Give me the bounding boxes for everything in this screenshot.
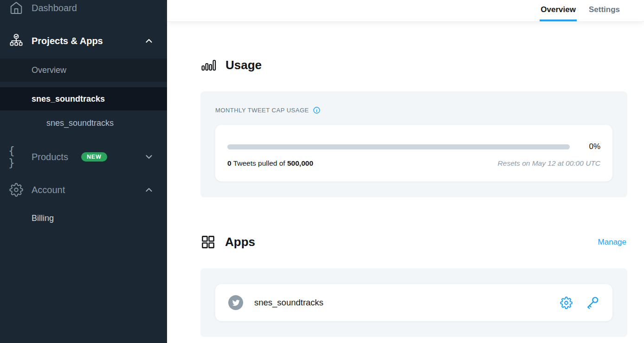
sidebar-item-label: Products bbox=[32, 152, 68, 162]
tweets-cap-total: 500,000 bbox=[287, 159, 313, 167]
info-icon[interactable] bbox=[313, 106, 321, 114]
manage-link[interactable]: Manage bbox=[598, 238, 626, 247]
sidebar-item-label: Dashboard bbox=[32, 3, 77, 13]
sidebar-item-label: snes_soundtracks bbox=[32, 94, 105, 104]
apps-card: snes_soundtracks bbox=[200, 268, 627, 337]
apps-section-title: Apps bbox=[225, 235, 255, 249]
sidebar-item-overview[interactable]: Overview bbox=[0, 58, 167, 82]
home-icon bbox=[8, 0, 24, 16]
usage-text-row: 0 Tweets pulled of 500,000 Resets on May… bbox=[227, 159, 600, 168]
usage-card: MONTHLY TWEET CAP USAGE 0% bbox=[200, 91, 627, 197]
tweet-cap-label-row: MONTHLY TWEET CAP USAGE bbox=[215, 106, 612, 114]
sidebar-item-label: Projects & Apps bbox=[32, 36, 103, 46]
sidebar-item-project-snes-soundtracks[interactable]: snes_soundtracks bbox=[0, 87, 167, 110]
progress-row: 0% bbox=[227, 142, 600, 151]
tab-settings[interactable]: Settings bbox=[588, 0, 621, 21]
content-area: Usage MONTHLY TWEET CAP USAGE bbox=[167, 22, 644, 343]
apps-section-header: Apps Manage bbox=[200, 234, 627, 250]
sidebar-item-dashboard[interactable]: Dashboard bbox=[0, 0, 167, 19]
sidebar-item-products[interactable]: { } Products NEW bbox=[0, 145, 167, 168]
tweets-pulled-text: 0 Tweets pulled of 500,000 bbox=[227, 159, 313, 168]
sidebar-item-projects-apps[interactable]: Projects & Apps bbox=[0, 29, 167, 52]
sidebar-item-label: Account bbox=[32, 185, 65, 195]
grid-icon bbox=[200, 234, 216, 250]
twitter-bird-icon bbox=[228, 295, 243, 310]
gear-icon bbox=[8, 182, 24, 198]
sitemap-icon bbox=[8, 33, 24, 49]
tweet-cap-progress-bar bbox=[227, 144, 570, 149]
tweet-cap-percent: 0% bbox=[570, 142, 600, 151]
app-actions bbox=[560, 296, 599, 310]
chevron-up-icon[interactable] bbox=[144, 185, 154, 195]
app-keys-key-icon[interactable] bbox=[586, 296, 599, 310]
cap-reset-note: Resets on May 12 at 00:00 UTC bbox=[498, 159, 600, 168]
tweets-pulled-count: 0 bbox=[227, 159, 232, 167]
tweet-cap-usage-panel: 0% 0 Tweets pulled of 500,000 Resets on … bbox=[215, 125, 612, 181]
bar-chart-icon bbox=[200, 57, 216, 73]
sidebar-item-app-snes-soundtracks[interactable]: snes_soundtracks bbox=[0, 111, 167, 135]
sidebar: Dashboard Projects & Apps Overview snes_… bbox=[0, 0, 167, 343]
sidebar-item-label: Overview bbox=[32, 65, 66, 75]
main-content: Overview Settings Usage MONTHLY TWEET CA… bbox=[167, 0, 644, 343]
sidebar-item-billing[interactable]: Billing bbox=[0, 207, 167, 230]
braces-icon: { } bbox=[8, 149, 24, 165]
chevron-down-icon[interactable] bbox=[144, 152, 154, 162]
sidebar-item-label: Billing bbox=[32, 214, 54, 223]
usage-section-header: Usage bbox=[200, 57, 627, 73]
app-list-item: snes_soundtracks bbox=[215, 284, 612, 321]
chevron-up-icon[interactable] bbox=[144, 36, 154, 46]
topbar: Overview Settings bbox=[167, 0, 644, 22]
new-badge: NEW bbox=[81, 152, 107, 162]
sidebar-item-account[interactable]: Account bbox=[0, 178, 167, 201]
usage-section-title: Usage bbox=[225, 58, 262, 72]
sidebar-item-label: snes_soundtracks bbox=[46, 118, 114, 128]
app-name: snes_soundtracks bbox=[254, 298, 323, 308]
tab-overview[interactable]: Overview bbox=[540, 0, 577, 21]
app-settings-gear-icon[interactable] bbox=[560, 297, 573, 309]
tweet-cap-label: MONTHLY TWEET CAP USAGE bbox=[215, 107, 309, 114]
